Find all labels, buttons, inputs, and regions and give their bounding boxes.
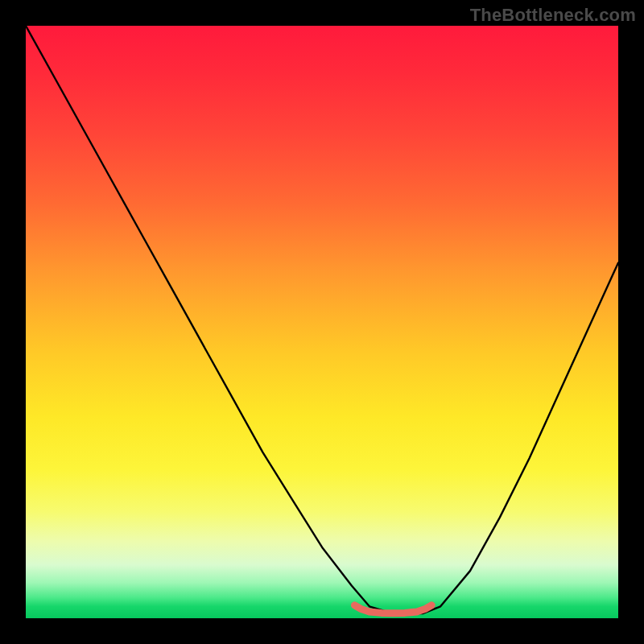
watermark-text: TheBottleneck.com xyxy=(470,5,636,26)
chart-container: TheBottleneck.com xyxy=(0,0,644,644)
plot-area xyxy=(26,26,618,618)
curve-layer xyxy=(26,26,618,618)
black-curve xyxy=(26,26,618,613)
red-marker-curve xyxy=(354,605,431,613)
